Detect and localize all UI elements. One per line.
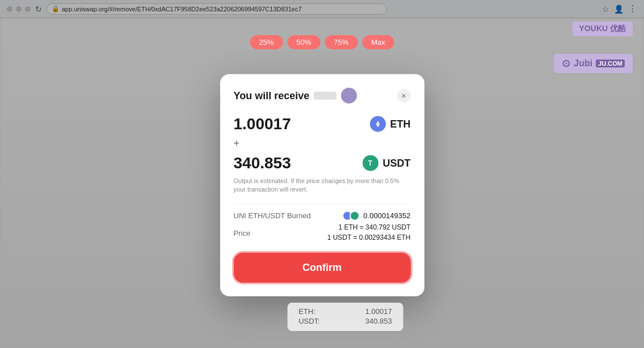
bottom-usdt-row: USDT: 340.853 (298, 317, 392, 325)
youku-watermark: YOUKU 优酷 (573, 22, 633, 36)
usdt-pair-icon (350, 210, 360, 220)
usdt-amount: 340.853 (234, 154, 291, 172)
price-eth-value: 1 ETH = 340.792 USDT (327, 223, 411, 231)
jubi-domain: JU.COM (596, 60, 625, 67)
bottom-info-panel: ETH: 1.00017 USDT: 340.853 (287, 303, 403, 331)
youku-label: YOUKU 优酷 (579, 24, 626, 34)
price-row: Price 1 ETH = 340.792 USDT 1 USDT = 0.00… (234, 223, 411, 243)
burned-row: UNI ETH/USDT Burned 0.0000149352 (234, 210, 411, 220)
modal-header: You will receive × (234, 88, 411, 104)
bottom-usdt-label: USDT: (298, 317, 320, 325)
plus-sign: + (234, 138, 411, 150)
price-values: 1 ETH = 340.792 USDT 1 USDT = 0.00293434… (327, 223, 411, 241)
jubi-logo-icon: ⊙ (562, 57, 570, 70)
burned-value: 0.0000149352 (363, 211, 410, 220)
bottom-eth-row: ETH: 1.00017 (298, 307, 392, 316)
eth-icon (370, 116, 386, 132)
eth-symbol: ETH (390, 118, 411, 130)
usdt-token-info: T USDT (363, 155, 411, 171)
price-label: Price (234, 229, 251, 237)
bottom-eth-value: 1.00017 (365, 307, 392, 316)
modal-avatar (341, 88, 357, 104)
modal-title-badge (314, 92, 336, 100)
price-usdt-value: 1 USDT = 0.00293434 ETH (327, 233, 411, 241)
divider-1 (234, 203, 411, 203)
usdt-symbol: USDT (383, 157, 411, 169)
btn-25pct[interactable]: 25% (250, 35, 283, 49)
burned-label: UNI ETH/USDT Burned (234, 211, 311, 220)
eth-amount: 1.00017 (234, 115, 291, 133)
receive-modal: You will receive × 1.00017 ETH + 340.853… (220, 74, 424, 296)
estimate-text: Output is estimated. If the price change… (234, 177, 411, 194)
btn-50pct[interactable]: 50% (287, 35, 320, 49)
btn-75pct[interactable]: 75% (325, 35, 357, 49)
modal-title-text: You will receive (234, 90, 310, 101)
bottom-eth-label: ETH: (298, 307, 315, 316)
jubi-watermark: ⊙ Jubi JU.COM (554, 54, 633, 73)
bottom-usdt-value: 340.853 (365, 317, 392, 325)
eth-token-info: ETH (370, 116, 411, 132)
confirm-button[interactable]: Confirm (234, 252, 411, 282)
usdt-token-row: 340.853 T USDT (234, 154, 411, 172)
token-pair-icons (342, 210, 360, 220)
btn-max[interactable]: Max (362, 35, 394, 49)
close-button[interactable]: × (397, 89, 411, 103)
pct-buttons-row: 25% 50% 75% Max (250, 35, 394, 49)
modal-title-area: You will receive (234, 88, 357, 104)
burned-value-area: 0.0000149352 (342, 210, 410, 220)
jubi-name: Jubi (574, 58, 592, 69)
eth-token-row: 1.00017 ETH (234, 115, 411, 133)
usdt-icon: T (363, 155, 378, 171)
